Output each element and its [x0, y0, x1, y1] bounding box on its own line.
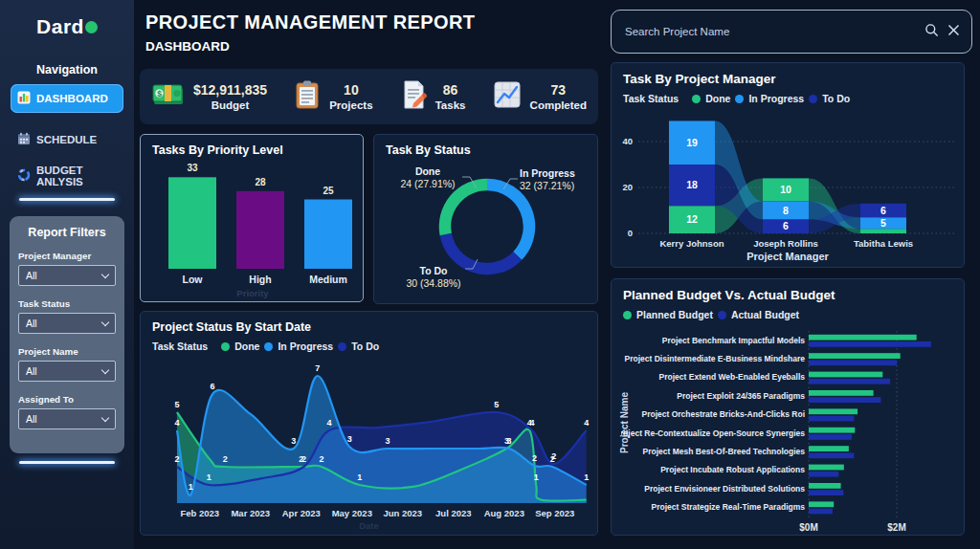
svg-text:2: 2 [550, 454, 555, 464]
in-progress-legend-dot [735, 95, 744, 103]
svg-text:Tabitha Lewis: Tabitha Lewis [854, 238, 913, 249]
sidebar-item-budget-analysis[interactable]: BUDGET ANLYSIS [11, 162, 123, 190]
filter-label: Task Status [18, 298, 116, 309]
budget-hbar-chart[interactable]: $0M$2MProject Benchmark Impactful Models… [621, 329, 962, 534]
kpi-label: Tasks [435, 99, 466, 111]
page-title: PROJECT MANAGEMENT REPORT [145, 11, 475, 33]
actual-legend-dot [718, 311, 726, 319]
svg-text:Sep 2023: Sep 2023 [535, 508, 574, 518]
kpi-completed: 73 Completed [492, 79, 587, 114]
project-name-select[interactable]: All [18, 361, 116, 382]
svg-text:Priority: Priority [236, 288, 269, 298]
area-legend: Task Status Done In Progress To Do [141, 334, 597, 352]
svg-text:2: 2 [319, 454, 323, 464]
planned-bar [809, 335, 917, 340]
svg-text:25: 25 [323, 186, 334, 196]
svg-text:8: 8 [783, 205, 789, 216]
svg-text:High: High [249, 274, 271, 285]
filter-label: Project Manager [18, 251, 116, 261]
done-legend-dot [692, 95, 701, 103]
search-input[interactable] [623, 25, 916, 38]
planned-vs-actual-budget-card[interactable]: Planned Budget Vs. Actual Budget Planned… [611, 278, 965, 536]
todo-legend-dot [338, 342, 346, 351]
logo-dot-icon [85, 21, 98, 33]
svg-text:40: 40 [622, 136, 633, 146]
planned-bar [809, 483, 841, 489]
assigned-to-select[interactable]: All [18, 408, 116, 429]
svg-text:4: 4 [326, 418, 331, 428]
actual-bar [809, 509, 833, 515]
svg-text:Project Exploit 24/365 Paradig: Project Exploit 24/365 Paradigms [677, 391, 805, 401]
planned-bar [809, 353, 901, 359]
actual-bar [809, 452, 854, 458]
svg-text:$2M: $2M [887, 522, 905, 533]
planned-bar [809, 465, 844, 471]
priority-bar-chart[interactable]: 33Low28High25MediumPriority [145, 160, 360, 301]
filter-assigned-to: Assigned To All [18, 394, 116, 429]
planned-bar [809, 408, 858, 414]
svg-text:4: 4 [529, 418, 534, 428]
clear-search-icon[interactable] [947, 23, 960, 40]
svg-text:Low: Low [183, 274, 204, 285]
planned-bar [809, 372, 882, 378]
page-subtitle: DASHBOARD [145, 39, 230, 54]
planned-bar [809, 428, 855, 433]
task-status-select[interactable]: All [18, 313, 116, 334]
sidebar-item-label: BUDGET ANLYSIS [36, 165, 123, 187]
bar-medium [304, 200, 352, 270]
search-icon[interactable] [924, 23, 939, 41]
svg-text:2: 2 [532, 453, 537, 463]
kpi-value: 10 [344, 82, 359, 98]
svg-text:4: 4 [174, 418, 179, 428]
svg-text:3: 3 [507, 436, 512, 446]
task-by-project-manager-card[interactable]: Task By Project Manager Task Status Done… [611, 62, 965, 268]
svg-text:Project Orchestrate Bricks-And: Project Orchestrate Bricks-And-Clicks Ro… [641, 409, 805, 419]
svg-text:1: 1 [207, 472, 212, 482]
select-value: All [26, 318, 37, 329]
svg-text:Project Strategize Real-Time P: Project Strategize Real-Time Paradigms [652, 502, 806, 512]
task-note-icon [399, 79, 428, 114]
project-status-by-start-date-card[interactable]: Project Status By Start Date Task Status… [140, 311, 598, 536]
svg-text:$0M: $0M [799, 522, 817, 533]
sidebar-divider [19, 198, 115, 201]
svg-text:Project Disintermediate E-Busi: Project Disintermediate E-Business Minds… [625, 354, 806, 363]
planned-bar [809, 501, 834, 507]
area-chart[interactable]: Feb 2023Mar 2023Apr 2023May 2023Jun 2023… [145, 360, 595, 524]
money-icon: $ [151, 79, 186, 114]
ribbon-xlabel: Project Manager [612, 251, 964, 262]
actual-bar [809, 341, 931, 347]
ribbon-legend: Task Status Done In Progress To Do [612, 86, 964, 104]
ribbon-chart[interactable]: 02040121918Kerry Johnson1086Joseph Rolli… [619, 105, 958, 251]
report-filters-panel: Report Filters Project Manager All Task … [10, 216, 124, 453]
filter-label: Assigned To [18, 394, 116, 405]
svg-text:6: 6 [880, 205, 886, 216]
svg-text:Jul 2023: Jul 2023 [435, 508, 472, 518]
kpi-label: Projects [329, 99, 372, 111]
donut-label-in-progress: In Progress 32 (37.21%) [520, 167, 596, 192]
filter-project-name: Project Name All [18, 346, 116, 382]
project-manager-select[interactable]: All [18, 265, 116, 286]
chart-title: Planned Budget Vs. Actual Budget [612, 279, 964, 302]
donut-slice-to-do [446, 234, 518, 269]
ribbon-seg-done [860, 229, 906, 233]
svg-text:1: 1 [357, 472, 362, 482]
nav-section-label: Navigation [0, 63, 134, 77]
task-by-status-card[interactable]: Task By Status Done 24 (27.91%) In Progr… [373, 134, 598, 304]
svg-text:1: 1 [189, 482, 193, 492]
sidebar-item-dashboard[interactable]: DASHBOARD [11, 84, 123, 113]
sidebar-item-schedule[interactable]: SCHEDULE [11, 125, 123, 154]
tasks-by-priority-card[interactable]: Tasks By Priority Level 33Low28High25Med… [140, 134, 364, 302]
svg-text:33: 33 [187, 163, 198, 173]
svg-text:6: 6 [211, 382, 215, 391]
svg-text:5: 5 [494, 400, 499, 409]
kpi-label: Completed [530, 99, 587, 111]
svg-text:May 2023: May 2023 [332, 508, 372, 518]
calendar-icon [17, 132, 31, 147]
svg-text:0: 0 [628, 228, 633, 238]
in-progress-legend-dot [264, 342, 273, 351]
kpi-projects: 10 Projects [293, 79, 372, 114]
bar-high [236, 191, 284, 269]
actual-bar [809, 379, 890, 384]
donut-label-done: Done 24 (27.91%) [393, 165, 462, 190]
kpi-value: 86 [443, 82, 458, 98]
